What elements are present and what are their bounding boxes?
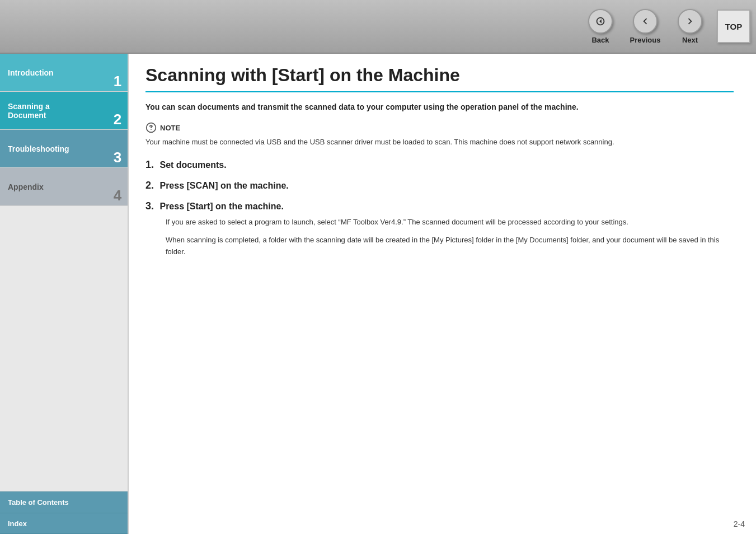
sidebar: Introduction 1 Scanning a Document 2 Tro… bbox=[0, 54, 129, 534]
main-content: Scanning with [Start] on the Machine You… bbox=[129, 54, 756, 534]
step-1: 1. Set documents. bbox=[145, 159, 734, 171]
note-label: NOTE bbox=[160, 124, 180, 132]
sidebar-item-scanning[interactable]: Scanning a Document 2 bbox=[0, 92, 128, 130]
page-number: 2-4 bbox=[734, 519, 745, 528]
sidebar-item-index[interactable]: Index bbox=[0, 513, 128, 534]
previous-label: Previous bbox=[630, 36, 661, 44]
next-label: Next bbox=[682, 36, 698, 44]
intro-text: You can scan documents and transmit the … bbox=[145, 101, 734, 113]
step-3-desc2: When scanning is completed, a folder wit… bbox=[166, 235, 734, 258]
sidebar-item-introduction[interactable]: Introduction 1 bbox=[0, 54, 128, 92]
page-title: Scanning with [Start] on the Machine bbox=[145, 65, 734, 92]
step-3: 3. Press [Start] on the machine. If you … bbox=[145, 200, 734, 258]
step-2: 2. Press [SCAN] on the machine. bbox=[145, 180, 734, 191]
back-button[interactable]: Back bbox=[578, 9, 623, 44]
sidebar-bottom: Table of Contents Index bbox=[0, 491, 128, 534]
sidebar-item-toc[interactable]: Table of Contents bbox=[0, 491, 128, 513]
next-button[interactable]: Next bbox=[668, 9, 712, 44]
step-3-title: 3. Press [Start] on the machine. bbox=[145, 200, 734, 212]
back-icon bbox=[588, 9, 613, 34]
note-section: NOTE Your machine must be connected via … bbox=[145, 122, 734, 148]
previous-button[interactable]: Previous bbox=[623, 9, 668, 44]
sidebar-item-appendix[interactable]: Appendix 4 bbox=[0, 168, 128, 206]
back-label: Back bbox=[591, 36, 609, 44]
note-text: Your machine must be connected via USB a… bbox=[145, 137, 734, 148]
top-button[interactable]: TOP bbox=[717, 10, 750, 43]
step-2-title: 2. Press [SCAN] on the machine. bbox=[145, 180, 734, 191]
sidebar-item-troubleshooting[interactable]: Troubleshooting 3 bbox=[0, 130, 128, 168]
note-icon bbox=[145, 122, 157, 133]
step-1-title: 1. Set documents. bbox=[145, 159, 734, 171]
top-label: TOP bbox=[725, 22, 743, 31]
next-icon bbox=[678, 9, 702, 34]
previous-icon bbox=[633, 9, 658, 34]
top-bar: Back Previous Next TOP bbox=[0, 0, 756, 54]
step-3-desc1: If you are asked to select a program to … bbox=[166, 217, 734, 228]
